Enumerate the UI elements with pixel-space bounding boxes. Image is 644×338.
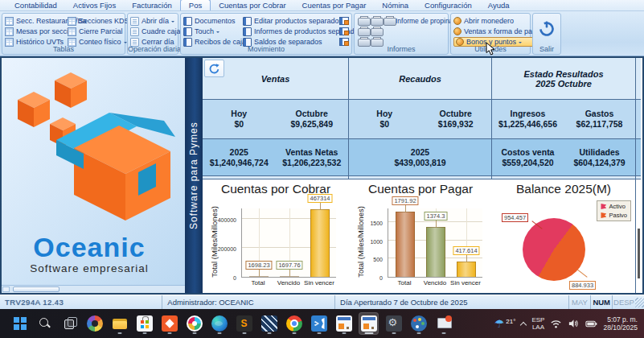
taskbar-app-microsoft-store[interactable] — [134, 312, 154, 335]
taskbar-app-task-view[interactable] — [59, 312, 80, 335]
clipped-next-column — [635, 58, 641, 293]
taskbar-app-oceanic-app[interactable] — [334, 312, 354, 335]
y-tick-label: 1500 — [370, 221, 383, 226]
button-secc-restaurante[interactable]: Secc. Restaurante/Ba — [5, 16, 68, 26]
vertical-scrollbar[interactable] — [638, 229, 640, 278]
tab-cuentas-por-cobrar[interactable]: Cuentas por Cobrar — [211, 0, 293, 10]
wifi-icon[interactable] — [550, 318, 562, 329]
button-cierre-parcial[interactable]: Cierre Parcial — [68, 27, 129, 36]
ribbon-group-operacion-diaria: Abrir día Cuadre caja Cerrar día Operaci… — [127, 13, 178, 55]
scrollbar-thumb[interactable] — [13, 286, 59, 292]
dashboard-window: Oceanic Software empresarial Software pa… — [0, 56, 644, 295]
ventas-2025: 2025$1,240,946,724 — [203, 147, 276, 168]
button-touch[interactable]: Touch — [183, 27, 243, 36]
power-icon[interactable] — [537, 19, 556, 38]
resize-grip[interactable] — [635, 298, 644, 307]
taskbar-app-chrome[interactable] — [284, 312, 304, 335]
taskbar-app-color-wheel[interactable] — [84, 312, 105, 335]
label-leader — [259, 270, 260, 276]
taskbar-app-screen-capture-app[interactable] — [433, 312, 453, 335]
legend-item: Pasivo — [601, 212, 627, 219]
tray-chevron-up-icon[interactable] — [520, 321, 527, 328]
language-indicator[interactable]: ESPLAA — [531, 316, 544, 331]
search-icon — [37, 315, 53, 332]
refresh-button[interactable] — [204, 60, 224, 77]
chart-legend: ActivoPasivo — [597, 200, 631, 221]
taskbar-app-search[interactable] — [35, 312, 55, 335]
tab-activos-fijos[interactable]: Activos Fijos — [65, 0, 124, 10]
settings-gear-app-icon — [386, 315, 402, 332]
taskbar-app-sublime-text[interactable] — [234, 312, 254, 335]
taskbar-app-start[interactable] — [10, 312, 30, 335]
tab-pos[interactable]: Pos — [180, 0, 211, 10]
x-category-label: Sin vencer — [304, 279, 334, 286]
running-indicator — [217, 332, 221, 334]
summary-estado-resultados: Estado Resultados2025 Octubre Ingresos$1… — [492, 58, 635, 179]
running-indicator — [242, 332, 246, 334]
button-abrir-dia[interactable]: Abrir día — [130, 16, 181, 26]
tab-cuentas-por-pagar[interactable]: Cuentas por Pagar — [294, 0, 375, 10]
button-abrir-monedero[interactable]: Abrir monedero — [453, 16, 540, 26]
book-icon[interactable] — [339, 27, 349, 35]
volume-icon[interactable] — [568, 318, 580, 329]
menu-bar: Contabilidad Activos Fijos Facturación P… — [0, 0, 644, 11]
button-ventas-x-forma-de-pago[interactable]: Ventas x forma de pago — [453, 27, 540, 36]
task-view-icon — [62, 315, 78, 332]
running-indicator — [441, 332, 445, 334]
ventas-hoy: Hoy$0 — [203, 109, 276, 130]
taskbar-app-file-explorer[interactable] — [109, 312, 129, 335]
tab-facturacion[interactable]: Facturación — [124, 0, 180, 10]
table-icon — [68, 27, 76, 36]
y-tick-label: 0 — [379, 275, 383, 281]
bar-value-label: 1698.23 — [245, 261, 272, 270]
button-editar-productos-separados[interactable]: Editar productos separados — [243, 16, 339, 26]
taskbar-app-orange-diamond-app[interactable] — [159, 312, 179, 335]
scroll-left-arrow[interactable] — [2, 286, 10, 292]
legend-marker-icon — [601, 212, 606, 218]
brand-name: Oceanic — [2, 233, 177, 261]
bar-value-label: 1374.3 — [425, 212, 448, 221]
taskbar-app-slack[interactable] — [184, 312, 204, 335]
vscode-icon — [311, 315, 327, 332]
bar-total — [396, 212, 415, 277]
button-mesas-por-seccion[interactable]: Mesas por sección — [5, 27, 68, 36]
tab-contabilidad[interactable]: Contabilidad — [6, 0, 65, 10]
button-informes-productos-separados[interactable]: Informes de productos separados — [243, 27, 339, 36]
taskbar-app-remote-desktop[interactable] — [259, 312, 279, 335]
button-documentos[interactable]: Documentos — [183, 16, 243, 26]
bar-total — [249, 276, 269, 277]
estado-utilidades: Utilidades$604,124,379 — [564, 147, 635, 168]
weather-widget[interactable]: ☂ 21° — [494, 317, 516, 330]
taskbar-app-paint-palette-app[interactable] — [408, 312, 429, 335]
paint-palette-app-icon — [411, 315, 427, 332]
tab-configuracion[interactable]: Configuración — [416, 0, 480, 10]
running-indicator — [267, 332, 271, 334]
recaudos-octubre: Octubre$169,932 — [420, 109, 492, 130]
bar-value-label: 1791.92 — [392, 196, 418, 205]
recaudos-hoy: Hoy$0 — [349, 109, 420, 130]
bar-value-label: 467314 — [307, 194, 332, 203]
tab-nomina[interactable]: Nómina — [374, 0, 416, 10]
book-icon[interactable] — [339, 17, 349, 25]
recaudos-title: Recaudos — [349, 58, 491, 100]
printer-icon — [358, 16, 369, 26]
battery-icon[interactable] — [585, 318, 597, 329]
button-informe-de-propinas[interactable]: Informe de propinas — [357, 16, 457, 26]
x-category-label: Vencido — [277, 279, 300, 286]
taskbar-app-oceanic-dashboard-active[interactable] — [359, 312, 379, 335]
plot-area: 1791.921374.3417.614 — [388, 208, 482, 278]
horizontal-scrollbar[interactable] — [2, 285, 185, 293]
taskbar-app-edge[interactable] — [209, 312, 229, 335]
book-icon — [183, 27, 192, 36]
book-icon — [243, 17, 252, 26]
button-cuadre-caja[interactable]: Cuadre caja — [130, 27, 181, 36]
printer-icon[interactable] — [358, 27, 369, 36]
taskbar-app-settings-gear-app[interactable] — [384, 312, 404, 335]
clock[interactable]: 5:07 p. m. 28/10/2025 — [603, 315, 641, 332]
recaudos-2025: 2025$439,003,819 — [349, 147, 491, 168]
tab-ayuda[interactable]: Ayuda — [480, 0, 518, 10]
taskbar-app-vscode[interactable] — [309, 312, 329, 335]
printer-icon[interactable] — [371, 27, 382, 36]
chart-balance: Balance 2025(M) ActivoPasivo 954.457 884… — [492, 179, 635, 293]
button-secciones-kds[interactable]: Secciones KDS — [68, 16, 129, 26]
